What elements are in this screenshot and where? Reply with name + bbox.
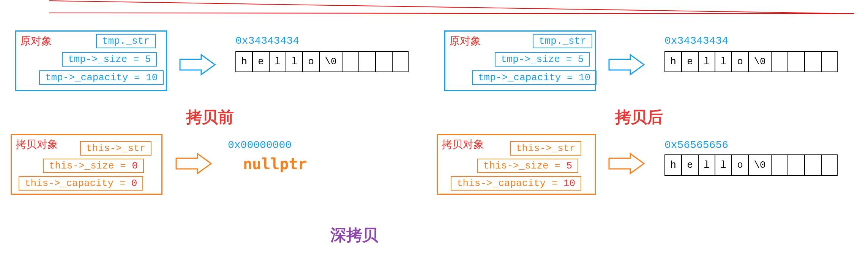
mem-cell [821,154,838,176]
after-source-box: 原对象 tmp._str tmp->_size = 5 tmp->_capaci… [444,30,596,91]
after-source-title: 原对象 [449,34,481,48]
mem-cell: h [664,154,681,176]
after-copy-size-val: 5 [566,160,572,172]
after-copy-size-label: this->_size = [483,160,566,172]
mem-cell: l [698,154,715,176]
after-copy-box: 拷贝对象 this->_str this->_size = 5 this->_c… [437,134,596,195]
mem-cell: l [269,51,286,72]
mem-cell: o [302,51,319,72]
before-source-arrow-icon [178,53,216,76]
decor-red-lines [49,0,858,21]
before-source-title: 原对象 [20,34,52,48]
mem-cell: l [698,51,715,72]
mem-cell [804,154,821,176]
mem-cell [342,51,358,72]
before-source-capacity: tmp->_capacity = 10 [39,70,164,85]
mem-cell: e [681,51,698,72]
after-copy-title: 拷贝对象 [442,137,484,152]
mem-cell: l [715,154,731,176]
mem-cell [771,154,788,176]
after-source-size: tmp->_size = 5 [495,52,590,67]
after-copy-str: this->_str [510,141,581,156]
before-copy-capacity: this->_capacity = 0 [19,176,143,191]
before-phase-label: 拷贝前 [186,107,234,128]
after-source-addr: 0x34343434 [664,35,728,47]
before-source-box: 原对象 tmp._str tmp->_size = 5 tmp->_capaci… [15,30,167,91]
after-copy-addr: 0x56565656 [664,139,728,151]
mem-cell: l [715,51,731,72]
before-copy-str: this->_str [80,141,152,156]
mem-cell [375,51,392,72]
before-copy-capacity-label: this->_capacity = [25,178,131,189]
before-copy-size-val: 0 [132,160,138,172]
after-source-arrow-icon [608,53,645,76]
mem-cell [788,154,804,176]
mem-cell: h [664,51,681,72]
before-copy-nullptr: nullptr [243,155,307,173]
before-copy-capacity-val: 0 [131,178,137,189]
mem-cell: o [731,154,748,176]
mem-cell [771,51,788,72]
after-copy-size: this->_size = 5 [477,159,578,173]
after-copy-capacity: this->_capacity = 10 [451,176,581,191]
after-copy-memory: h e l l o \0 [664,154,838,176]
before-source-str: tmp._str [96,34,156,48]
mem-cell: l [286,51,302,72]
after-copy-capacity-val: 10 [563,178,575,189]
mem-cell [788,51,804,72]
before-copy-size: this->_size = 0 [43,159,144,173]
before-copy-box: 拷贝对象 this->_str this->_size = 0 this->_c… [11,134,163,195]
diagram-title: 深拷贝 [330,224,378,246]
before-source-addr: 0x34343434 [235,35,299,47]
after-copy-capacity-label: this->_capacity = [457,178,563,189]
before-copy-addr: 0x00000000 [228,139,292,151]
before-copy-title: 拷贝对象 [16,137,58,152]
after-source-str: tmp._str [533,34,592,48]
mem-cell: \0 [748,154,771,176]
after-copy-arrow-icon [608,152,645,175]
mem-cell: \0 [319,51,342,72]
after-source-capacity: tmp->_capacity = 10 [472,70,597,85]
mem-cell [821,51,838,72]
mem-cell [804,51,821,72]
before-copy-size-label: this->_size = [49,160,132,172]
mem-cell: e [252,51,269,72]
before-source-size: tmp->_size = 5 [62,52,157,67]
mem-cell: \0 [748,51,771,72]
mem-cell [358,51,375,72]
after-phase-label: 拷贝后 [615,107,663,128]
mem-cell: e [681,154,698,176]
before-copy-arrow-icon [175,152,213,175]
mem-cell: o [731,51,748,72]
before-source-memory: h e l l o \0 [235,51,409,72]
mem-cell [392,51,409,72]
mem-cell: h [235,51,252,72]
after-source-memory: h e l l o \0 [664,51,838,72]
